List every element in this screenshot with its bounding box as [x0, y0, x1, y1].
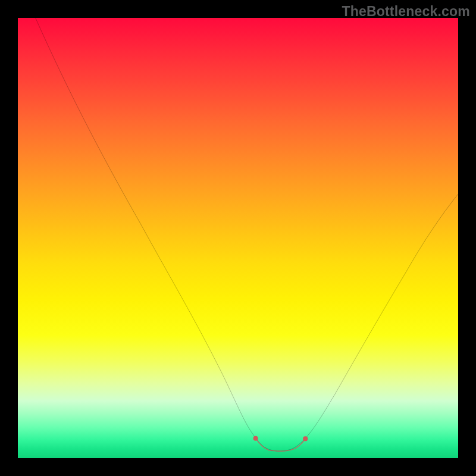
optimal-dot-right — [303, 436, 308, 441]
chart-frame: TheBottleneck.com — [0, 0, 476, 476]
watermark-text: TheBottleneck.com — [342, 4, 470, 20]
optimal-range-marker — [256, 439, 306, 451]
bottleneck-curve — [36, 18, 458, 451]
plot-area — [18, 18, 458, 458]
optimal-dot-left — [253, 436, 258, 441]
chart-svg — [18, 18, 458, 458]
